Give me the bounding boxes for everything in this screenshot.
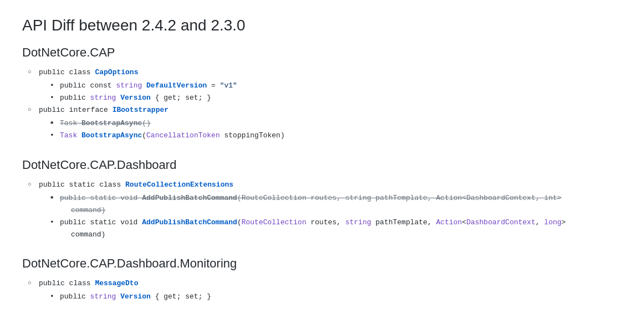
list-item-version-monitoring: public string Version { get; set; } (50, 291, 622, 303)
list-item-bootstrapasync-new: Task BootstrapAsync(CancellationToken st… (50, 130, 622, 142)
list-item-messagedto: public class MessageDto public string Ve… (28, 277, 622, 303)
page-title: API Diff between 2.4.2 and 2.3.0 (22, 17, 622, 34)
code-block-dotnetcore-cap-dashboard-monitoring: public class MessageDto public string Ve… (22, 277, 622, 303)
capoptions-prefix: public class (39, 68, 95, 76)
list-item-routecollectionextensions: public static class RouteCollectionExten… (28, 179, 622, 241)
code-block-dotnetcore-cap-dashboard: public static class RouteCollectionExten… (22, 179, 622, 241)
list-item-bootstrapasync-old: Task BootstrapAsync() (50, 117, 622, 130)
namespace-dotnetcore-cap-dashboard-monitoring: DotNetCore.CAP.Dashboard.Monitoring (22, 256, 622, 271)
namespace-dotnetcore-cap: DotNetCore.CAP (22, 45, 622, 60)
section-dotnetcore-cap-dashboard-monitoring: DotNetCore.CAP.Dashboard.Monitoring publ… (22, 256, 622, 303)
list-item-bootstrapasync-old-item: Task BootstrapAsync() (50, 117, 622, 130)
list-item-ibootstrapper: public interface IBootstrapper Task Boot… (28, 104, 622, 142)
namespace-dotnetcore-cap-dashboard: DotNetCore.CAP.Dashboard (22, 158, 622, 172)
list-item-version-cap: public string Version { get; set; } (50, 92, 622, 104)
list-item-addpublishbatch-old: public static void AddPublishBatchComman… (50, 192, 622, 217)
capoptions-classname: CapOptions (95, 68, 138, 76)
code-block-dotnetcore-cap: public class CapOptions public const str… (22, 66, 622, 142)
list-item-defaultversion: public const string DefaultVersion = "v1… (50, 80, 622, 92)
list-item-capoptions: public class CapOptions public const str… (28, 66, 622, 104)
list-item-addpublishbatch-new: public static void AddPublishBatchComman… (50, 217, 622, 241)
section-dotnetcore-cap: DotNetCore.CAP public class CapOptions p… (22, 45, 622, 142)
section-dotnetcore-cap-dashboard: DotNetCore.CAP.Dashboard public static c… (22, 158, 622, 241)
list-item-addpublishbatch-old-item: public static void AddPublishBatchComman… (50, 192, 622, 217)
